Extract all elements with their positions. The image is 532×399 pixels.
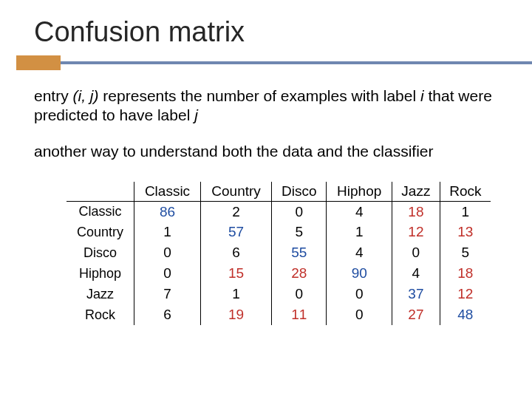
confusion-matrix-table: Classic Country Disco Hiphop Jazz Rock C…	[66, 182, 491, 326]
paragraph-1: entry (i, j) represents the number of ex…	[34, 86, 499, 126]
cell: 0	[134, 242, 201, 263]
cell: 28	[272, 263, 327, 284]
col-header: Hiphop	[327, 182, 392, 202]
col-header: Country	[201, 182, 272, 202]
cell: 57	[201, 222, 272, 242]
slide-title: Confusion matrix	[0, 0, 532, 55]
cell: 4	[392, 263, 440, 284]
cell: 1	[327, 222, 392, 242]
cell: 6	[201, 242, 272, 263]
divider-line	[61, 61, 532, 64]
table-row: Jazz 7 1 0 0 37 12	[66, 284, 491, 304]
table-row: Country 1 57 5 1 12 13	[66, 222, 491, 242]
text-ij: (i, j)	[73, 87, 99, 104]
cell: 90	[327, 263, 392, 284]
cell: 1	[201, 284, 272, 304]
text-j: j	[194, 106, 198, 123]
cell: 0	[134, 263, 201, 284]
row-header: Classic	[66, 201, 134, 222]
cell: 0	[272, 284, 327, 304]
cell: 1	[440, 201, 491, 222]
cell: 11	[272, 304, 327, 325]
cell: 4	[327, 242, 392, 263]
cell: 18	[440, 263, 491, 284]
cell: 18	[392, 201, 440, 222]
row-header: Rock	[66, 304, 134, 325]
cell: 0	[392, 242, 440, 263]
table-corner	[66, 182, 134, 202]
text: represents the number of examples with l…	[99, 87, 420, 104]
table-row: Disco 0 6 55 4 0 5	[66, 242, 491, 263]
cell: 48	[440, 304, 491, 325]
cell: 4	[327, 201, 392, 222]
cell: 7	[134, 284, 201, 304]
cell: 6	[134, 304, 201, 325]
cell: 12	[392, 222, 440, 242]
cell: 37	[392, 284, 440, 304]
cell: 19	[201, 304, 272, 325]
cell: 55	[272, 242, 327, 263]
row-header: Disco	[66, 242, 134, 263]
body-text: entry (i, j) represents the number of ex…	[0, 70, 532, 161]
table-row: Hiphop 0 15 28 90 4 18	[66, 263, 491, 284]
row-header: Hiphop	[66, 263, 134, 284]
cell: 12	[440, 284, 491, 304]
table-row: Classic 86 2 0 4 18 1	[66, 201, 491, 222]
table-header-row: Classic Country Disco Hiphop Jazz Rock	[66, 182, 491, 202]
cell: 13	[440, 222, 491, 242]
cell: 27	[392, 304, 440, 325]
cell: 0	[327, 304, 392, 325]
cell: 2	[201, 201, 272, 222]
cell: 15	[201, 263, 272, 284]
cell: 5	[272, 222, 327, 242]
text: entry	[34, 87, 73, 104]
col-header: Disco	[272, 182, 327, 202]
paragraph-2: another way to understand both the data …	[34, 142, 499, 161]
cell: 0	[272, 201, 327, 222]
divider	[0, 55, 532, 70]
row-header: Jazz	[66, 284, 134, 304]
col-header: Rock	[440, 182, 491, 202]
col-header: Classic	[134, 182, 201, 202]
col-header: Jazz	[392, 182, 440, 202]
divider-accent	[16, 55, 61, 70]
table-row: Rock 6 19 11 0 27 48	[66, 304, 491, 325]
row-header: Country	[66, 222, 134, 242]
cell: 0	[327, 284, 392, 304]
cell: 1	[134, 222, 201, 242]
cell: 86	[134, 201, 201, 222]
cell: 5	[440, 242, 491, 263]
